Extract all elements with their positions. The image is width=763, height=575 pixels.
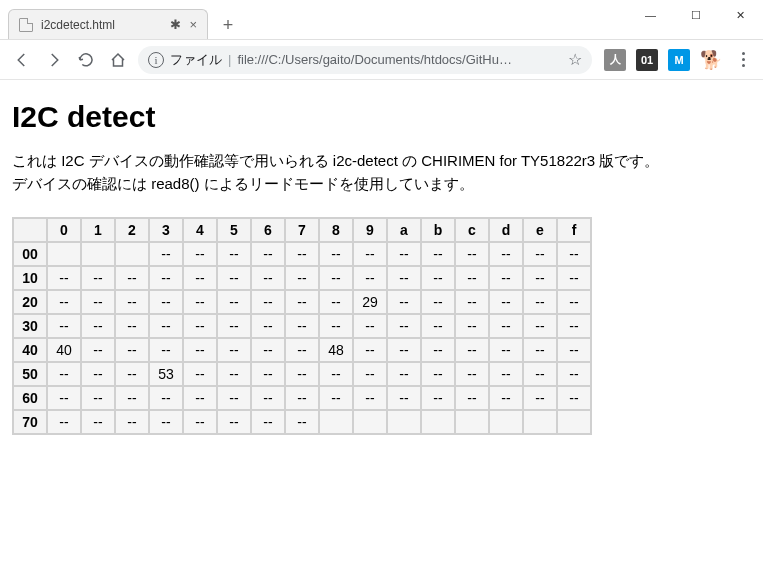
table-cell: -- [47,410,81,434]
col-header: 5 [217,218,251,242]
browser-tab[interactable]: i2cdetect.html ✱ × [8,9,208,39]
extension-01-icon[interactable]: 01 [636,49,658,71]
col-header: 3 [149,218,183,242]
table-cell: -- [455,290,489,314]
table-cell: -- [81,266,115,290]
table-cell: -- [319,314,353,338]
table-cell [421,410,455,434]
table-cell: -- [353,338,387,362]
table-cell: -- [319,290,353,314]
table-cell: -- [251,386,285,410]
row-header: 40 [13,338,47,362]
table-cell: -- [285,386,319,410]
table-cell: -- [183,338,217,362]
table-cell: -- [489,290,523,314]
col-header: 0 [47,218,81,242]
table-cell: -- [421,290,455,314]
table-cell: -- [81,290,115,314]
table-cell: -- [421,362,455,386]
table-cell: -- [285,362,319,386]
table-cell: -- [81,362,115,386]
site-info-icon[interactable]: i [148,52,164,68]
table-body: 00--------------------------10----------… [13,242,591,434]
minimize-button[interactable]: — [628,0,673,30]
table-cell: -- [183,242,217,266]
back-button[interactable] [10,48,34,72]
table-cell: -- [387,338,421,362]
table-cell [319,410,353,434]
tab-close-button[interactable]: × [189,17,197,32]
table-cell: -- [557,386,591,410]
desc-line-2: デバイスの確認には read8() によるリードモードを使用しています。 [12,175,474,192]
bookmark-star-icon[interactable]: ☆ [568,50,582,69]
table-cell: -- [387,290,421,314]
table-cell [115,242,149,266]
home-button[interactable] [106,48,130,72]
table-cell [353,410,387,434]
table-cell: -- [455,242,489,266]
bluetooth-icon: ✱ [170,17,181,32]
table-cell: -- [183,362,217,386]
address-separator: | [228,52,231,67]
browser-menu-button[interactable] [734,52,753,67]
col-header: 4 [183,218,217,242]
table-cell: -- [251,290,285,314]
table-cell: -- [115,314,149,338]
table-cell: -- [183,410,217,434]
table-cell: -- [557,338,591,362]
table-cell: -- [115,266,149,290]
window-controls: — ☐ ✕ [628,0,763,30]
col-header: a [387,218,421,242]
table-cell: -- [523,362,557,386]
reload-button[interactable] [74,48,98,72]
col-header: 2 [115,218,149,242]
close-window-button[interactable]: ✕ [718,0,763,30]
table-cell: -- [251,314,285,338]
table-row: 70---------------- [13,410,591,434]
table-cell: -- [285,290,319,314]
maximize-button[interactable]: ☐ [673,0,718,30]
desc-line-1: これは I2C デバイスの動作確認等で用いられる i2c-detect の CH… [12,152,659,169]
page-content: I2C detect これは I2C デバイスの動作確認等で用いられる i2c-… [0,80,763,447]
col-header: f [557,218,591,242]
table-cell: -- [149,242,183,266]
row-header: 10 [13,266,47,290]
new-tab-button[interactable]: + [214,11,242,39]
table-cell: -- [285,314,319,338]
table-cell: -- [455,314,489,338]
row-header: 50 [13,362,47,386]
forward-button[interactable] [42,48,66,72]
table-cell: -- [81,314,115,338]
address-bar[interactable]: i ファイル | file:///C:/Users/gaito/Document… [138,46,592,74]
col-header: 8 [319,218,353,242]
i2c-table: 0123456789abcdef 00---------------------… [12,217,592,435]
table-cell: -- [251,362,285,386]
table-cell [455,410,489,434]
table-cell: -- [183,386,217,410]
address-path: file:///C:/Users/gaito/Documents/htdocs/… [237,52,562,67]
table-cell: -- [489,314,523,338]
extension-dog-icon[interactable]: 🐕 [700,49,722,71]
table-cell: -- [319,242,353,266]
table-cell: -- [115,290,149,314]
table-cell: -- [523,338,557,362]
table-cell: -- [217,362,251,386]
extension-pdf-icon[interactable]: 人 [604,49,626,71]
browser-toolbar: i ファイル | file:///C:/Users/gaito/Document… [0,40,763,80]
table-cell: -- [489,338,523,362]
table-cell: -- [353,266,387,290]
table-cell: -- [421,266,455,290]
table-cell: -- [115,386,149,410]
table-row: 00-------------------------- [13,242,591,266]
table-cell: -- [285,410,319,434]
table-cell: -- [523,314,557,338]
table-cell: -- [217,266,251,290]
table-cell: -- [523,290,557,314]
table-cell: -- [115,410,149,434]
table-cell: -- [217,386,251,410]
table-cell: -- [489,362,523,386]
table-cell: -- [217,338,251,362]
table-cell: -- [489,242,523,266]
col-header-blank [13,218,47,242]
extension-m-icon[interactable]: M [668,49,690,71]
